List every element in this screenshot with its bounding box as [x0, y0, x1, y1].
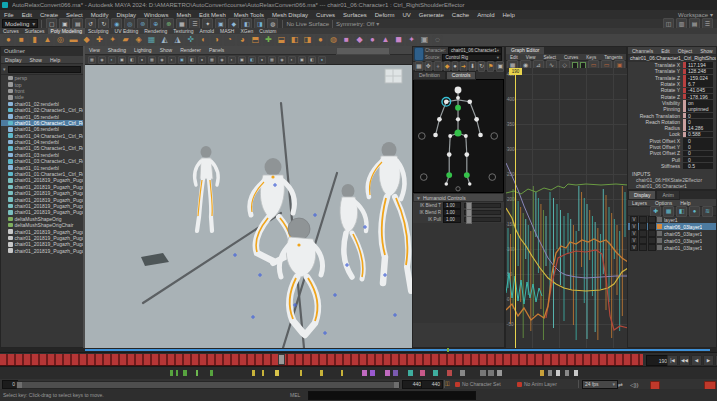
bookmark-mark[interactable]: [460, 370, 465, 376]
menubar-item[interactable]: Modify: [87, 12, 113, 18]
menubar-item[interactable]: File: [0, 12, 18, 18]
shelf-tool-icon[interactable]: ◕: [237, 35, 248, 46]
playback-button[interactable]: ◀: [691, 355, 702, 366]
slider-value-field[interactable]: 1.00: [443, 216, 461, 223]
shelf-tool-icon[interactable]: ◭: [159, 35, 170, 46]
shelf-tool-icon[interactable]: ●: [367, 35, 378, 46]
shelf-tool-icon[interactable]: ■: [16, 35, 27, 46]
channel-value-field[interactable]: on: [683, 100, 713, 106]
shelf-tool-icon[interactable]: ⬒: [250, 35, 261, 46]
playhead-time-flag[interactable]: 190: [509, 68, 522, 75]
layer-editor-tab-anim[interactable]: Anim: [656, 190, 679, 200]
outliner-item[interactable]: chair01_201819_Pugazh_Pugazh_IMPORT_PROP…: [1, 248, 83, 254]
shelf-tool-icon[interactable]: ✦: [406, 35, 417, 46]
layer-color-swatch[interactable]: [657, 224, 662, 229]
channel-value-field[interactable]: 0: [683, 151, 713, 157]
shelf-tool-icon[interactable]: ◆: [81, 35, 92, 46]
display-layer-row[interactable]: V chair01_03layer1: [628, 244, 716, 251]
viewport-toggle-icon[interactable]: ●: [138, 56, 146, 64]
outliner-menu[interactable]: Show: [25, 57, 46, 63]
menubar-item[interactable]: Edit: [18, 12, 36, 18]
bookmark-mark[interactable]: [210, 370, 213, 376]
character-representation[interactable]: [413, 79, 504, 193]
hik-tool-icon[interactable]: ▣: [496, 61, 504, 72]
menubar-item[interactable]: Deform: [371, 12, 399, 18]
menubar-item[interactable]: Surfaces: [339, 12, 371, 18]
fps-selector[interactable]: 24 fps▾: [582, 380, 618, 389]
symmetry-selector[interactable]: Symmetry: Off: [336, 21, 374, 27]
menubar-item[interactable]: Mesh Display: [268, 12, 312, 18]
viewport-toggle-icon[interactable]: ●: [258, 56, 266, 64]
workspace-selector[interactable]: Workspace: [678, 12, 708, 18]
hik-tool-icon[interactable]: ↻: [478, 61, 485, 72]
bookmark-mark[interactable]: [497, 370, 502, 376]
bookmark-mark[interactable]: [170, 370, 173, 376]
layer-color-swatch[interactable]: [657, 245, 662, 250]
graph-editor-canvas[interactable]: 450400350300250200150100500-50 190: [506, 68, 628, 349]
bookmark-mark[interactable]: [252, 370, 255, 376]
channel-value-field[interactable]: 6.7: [683, 81, 713, 87]
viewport-toggle-icon[interactable]: ▣: [178, 56, 186, 64]
viewport-toggle-icon[interactable]: ◧: [128, 56, 136, 64]
menubar-item[interactable]: Windows: [140, 12, 172, 18]
shelf-tool-icon[interactable]: ◈: [133, 35, 144, 46]
channel-value-field[interactable]: 0: [683, 157, 713, 163]
shelf-tool-icon[interactable]: ■: [341, 35, 352, 46]
viewport-toggle-icon[interactable]: ●: [198, 56, 206, 64]
channel-box-menu[interactable]: Edit: [657, 48, 674, 54]
viewport-toggle-icon[interactable]: ▦: [88, 56, 96, 64]
bookmark-mark[interactable]: [300, 370, 302, 376]
shelf-tool-icon[interactable]: ◎: [55, 35, 66, 46]
no-live-surface-indicator[interactable]: No Live Surface: [286, 21, 329, 27]
source-selector[interactable]: Control Rig▾: [442, 54, 502, 61]
set-key-icon[interactable]: ⚿: [445, 381, 450, 388]
layer-color-swatch[interactable]: [657, 238, 662, 243]
bookmark-mark[interactable]: [320, 370, 323, 376]
viewport-menu[interactable]: View: [85, 47, 104, 53]
viewport-toggle-icon[interactable]: ▣: [118, 56, 126, 64]
layer-playback-toggle[interactable]: [639, 244, 647, 252]
outliner-search-input[interactable]: [8, 66, 81, 73]
channel-value-field[interactable]: 0: [683, 113, 713, 119]
range-handle-right[interactable]: [394, 382, 399, 388]
mel-label[interactable]: MEL: [290, 392, 300, 398]
character-selector[interactable]: chair01_06:Character1▾: [448, 47, 502, 54]
outliner-menu[interactable]: Help: [46, 57, 64, 63]
bookmark-mark[interactable]: [574, 370, 578, 376]
shelf-tool-icon[interactable]: ⬓: [276, 35, 287, 46]
menubar-item[interactable]: UV: [398, 12, 414, 18]
viewport-toggle-icon[interactable]: ●: [318, 56, 326, 64]
shelf-tool-icon[interactable]: ▮: [29, 35, 40, 46]
hik-tab-controls[interactable]: Controls: [446, 71, 477, 80]
shelf-tool-icon[interactable]: ✚: [94, 35, 105, 46]
viewport-toggle-icon[interactable]: ◉: [158, 56, 166, 64]
current-time-marker[interactable]: [278, 354, 285, 365]
playback-button[interactable]: ▶: [703, 355, 714, 366]
viewport-menu[interactable]: Renderer: [176, 47, 205, 53]
viewport-canvas[interactable]: [85, 65, 412, 350]
shelf-tool-icon[interactable]: ▬: [68, 35, 79, 46]
layer-editor-icon[interactable]: ▦: [663, 206, 674, 217]
bookmark-mark[interactable]: [447, 370, 452, 376]
playhead-line[interactable]: [515, 68, 516, 349]
range-handle-left[interactable]: [17, 382, 22, 388]
channel-value-field[interactable]: 14.286: [683, 125, 713, 131]
menu-set-selector[interactable]: Modeling▾: [2, 19, 38, 28]
shelf-tool-icon[interactable]: ▦: [146, 35, 157, 46]
menubar-item[interactable]: Display: [112, 12, 140, 18]
bookmark-mark[interactable]: [183, 370, 187, 376]
menubar-item[interactable]: Mesh Tools: [230, 12, 268, 18]
bookmark-mark[interactable]: [341, 370, 343, 376]
shelf-tool-icon[interactable]: ▣: [419, 35, 430, 46]
channel-value-field[interactable]: 0.588: [683, 132, 713, 138]
bookmark-mark[interactable]: [275, 370, 279, 376]
shelf-tool-icon[interactable]: ◐: [198, 35, 209, 46]
channel-value-field[interactable]: unpinned: [683, 106, 713, 112]
menubar-item[interactable]: Cache: [448, 12, 473, 18]
bookmark-mark[interactable]: [556, 370, 560, 376]
bookmark-mark[interactable]: [262, 370, 264, 376]
bookmark-mark[interactable]: [548, 370, 552, 376]
bookmark-mark[interactable]: [196, 370, 198, 376]
viewport-toggle-icon[interactable]: ◐: [228, 56, 236, 64]
menubar-item[interactable]: Select: [62, 12, 87, 18]
